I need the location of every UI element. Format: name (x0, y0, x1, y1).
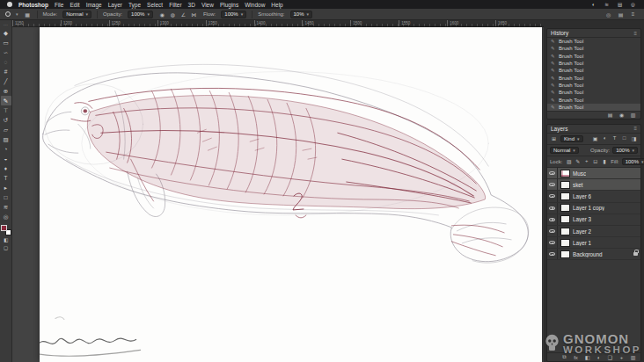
filter-smart-objects-icon[interactable]: ◨ (630, 135, 638, 141)
visibility-toggle[interactable] (547, 203, 558, 214)
layer-thumbnail[interactable] (560, 181, 570, 189)
layer-thumbnail[interactable] (560, 192, 570, 200)
tool-type[interactable]: T (1, 173, 11, 183)
tool-healing-brush[interactable]: ⊕ (1, 86, 11, 96)
arrange-documents-icon[interactable]: ▤ (617, 11, 625, 18)
tool-marquee[interactable]: ▭ (1, 38, 11, 47)
layer-thumbnail[interactable] (560, 204, 570, 212)
tool-hand[interactable]: ≋ (1, 202, 11, 212)
lock-artboard-icon[interactable]: ⊡ (591, 158, 599, 164)
history-entry[interactable]: ✎ Brush Tool (547, 104, 640, 111)
filter-kind-select[interactable]: Kind▾ (560, 135, 583, 142)
layer-row[interactable]: Layer 2 (547, 226, 640, 237)
layer-row[interactable]: Layer 3 (547, 214, 640, 226)
layer-thumbnail[interactable] (560, 250, 570, 258)
layer-thumbnail[interactable] (560, 170, 570, 177)
visibility-toggle[interactable] (547, 249, 558, 259)
lock-image-icon[interactable]: ✎ (574, 158, 582, 164)
tool-clone-stamp[interactable]: ⊤ (1, 105, 11, 115)
layer-row[interactable]: Layer 1 (547, 237, 640, 249)
control-center-icon[interactable]: ◐ (589, 2, 597, 7)
layer-thumbnail[interactable] (560, 239, 570, 247)
visibility-toggle[interactable] (547, 214, 558, 225)
brush-preset-caret-icon[interactable]: ▾ (16, 11, 18, 17)
history-panel-header[interactable]: History ≡ (547, 29, 640, 38)
layer-row[interactable]: Musc (547, 168, 640, 179)
menu-item[interactable]: 3D (188, 2, 195, 8)
search-icon[interactable]: ◎ (604, 11, 612, 18)
battery-icon[interactable]: ▤ (616, 2, 624, 7)
history-entry[interactable]: ✎ Brush Tool (547, 38, 640, 45)
mode-select[interactable]: Normal▾ (62, 11, 91, 18)
new-document-from-state-icon[interactable]: ▤ (606, 112, 614, 118)
tool-dodge[interactable]: ◒ (1, 154, 11, 163)
layer-row[interactable]: sket (547, 179, 640, 191)
app-name[interactable]: Photoshop (18, 2, 48, 8)
layers-opacity-select[interactable]: 100%▾ (612, 147, 638, 154)
tool-path-selection[interactable]: ▸ (1, 183, 11, 192)
workspace-switcher-icon[interactable]: ≡ (629, 11, 637, 18)
filter-shape-layers-icon[interactable]: □ (620, 135, 628, 141)
history-entry[interactable]: ✎ Brush Tool (547, 96, 640, 103)
link-layers-icon[interactable]: ⧉ (560, 354, 568, 360)
brush-angle-icon[interactable]: ∠ (179, 11, 187, 18)
menu-item[interactable]: Edit (70, 2, 79, 8)
spotlight-icon[interactable]: ◎ (629, 2, 637, 7)
lock-transparency-icon[interactable]: ▨ (565, 158, 573, 164)
layer-mask-icon[interactable]: ◧ (583, 354, 591, 360)
opacity-select[interactable]: 100%▾ (128, 11, 153, 18)
menu-item[interactable]: Select (147, 2, 163, 8)
smoothing-select[interactable]: 10%▾ (290, 11, 313, 18)
flow-select[interactable]: 100%▾ (221, 11, 246, 18)
airbrush-icon[interactable]: ◍ (169, 11, 177, 18)
fill-select[interactable]: 100%▾ (622, 158, 644, 165)
tool-eraser[interactable]: ▱ (1, 125, 11, 134)
menu-item[interactable]: Window (245, 2, 265, 8)
visibility-toggle[interactable] (547, 179, 558, 190)
history-entry[interactable]: ✎ Brush Tool (547, 45, 640, 52)
tool-zoom[interactable]: ◎ (1, 212, 11, 221)
panel-menu-icon[interactable]: ≡ (633, 126, 637, 131)
new-group-icon[interactable]: ❑ (606, 354, 614, 360)
new-layer-icon[interactable]: + (618, 355, 626, 360)
history-entry[interactable]: ✎ Brush Tool (547, 53, 640, 60)
wifi-icon[interactable]: ≋ (603, 2, 611, 7)
menu-item[interactable]: File (55, 2, 63, 8)
filter-grid-icon[interactable]: ⊞ (550, 135, 558, 141)
foreground-swatch[interactable] (1, 225, 7, 231)
layer-row[interactable]: Layer 1 copy (547, 203, 640, 214)
filter-pixel-layers-icon[interactable]: ▣ (591, 135, 599, 141)
document-canvas[interactable] (40, 27, 542, 362)
layer-row[interactable]: Background (547, 249, 640, 260)
layers-panel-header[interactable]: Layers ≡ (547, 125, 640, 134)
layer-row[interactable]: Layer 6 (547, 191, 640, 202)
visibility-toggle[interactable] (547, 191, 558, 201)
quick-mask-button[interactable]: ◧ (1, 235, 11, 243)
menu-item[interactable]: Help (271, 2, 282, 8)
adjustment-layer-icon[interactable]: ◐ (595, 355, 603, 360)
history-entry[interactable]: ✎ Brush Tool (547, 82, 640, 89)
tool-shape[interactable]: □ (1, 192, 11, 202)
lock-all-icon[interactable]: ▮ (600, 158, 608, 164)
tool-brush[interactable]: ✎ (1, 96, 11, 105)
tool-crop[interactable]: # (1, 67, 11, 76)
blend-mode-select[interactable]: Normal▾ (550, 147, 579, 154)
visibility-toggle[interactable] (547, 168, 558, 178)
menu-item[interactable]: Layer (108, 2, 122, 8)
tool-move[interactable]: ◆ (1, 28, 11, 38)
tool-pen[interactable]: ♦ (1, 163, 11, 173)
pressure-opacity-icon[interactable]: ◉ (158, 11, 166, 18)
menu-item[interactable]: Image (86, 2, 102, 8)
menu-item[interactable]: Type (128, 2, 141, 8)
visibility-toggle[interactable] (547, 237, 558, 248)
tool-quick-selection[interactable]: ◌ (1, 57, 11, 67)
tool-lasso[interactable]: ∽ (1, 47, 11, 57)
history-entry[interactable]: ✎ Brush Tool (547, 67, 640, 74)
layer-thumbnail[interactable] (560, 215, 570, 223)
layer-thumbnail[interactable] (560, 228, 570, 235)
tool-eyedropper[interactable]: ╱ (1, 76, 11, 86)
edit-toolbar-icon[interactable]: ⋯ (4, 22, 8, 28)
tool-gradient[interactable]: ▨ (1, 134, 11, 144)
brush-panel-toggle-icon[interactable]: ▦ (24, 11, 32, 18)
new-snapshot-icon[interactable]: ◉ (618, 112, 626, 118)
